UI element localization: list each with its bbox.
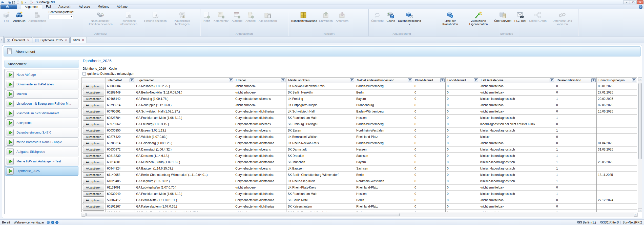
liste-der-krankheiten-button[interactable]: iListe der Krankheiten: [436, 10, 464, 32]
sidebar-item-diphtherie-2025[interactable]: Diphtherie_2025: [5, 166, 78, 176]
accept-button[interactable]: Akzeptieren: [83, 109, 104, 114]
accept-button[interactable]: Akzeptieren: [83, 115, 104, 121]
close-button[interactable]: ✕: [637, 0, 643, 4]
show-acknowledged-checkbox[interactable]: [82, 72, 86, 76]
accept-button[interactable]: Akzeptieren: [83, 210, 104, 213]
filter-icon[interactable]: [632, 78, 636, 82]
vertical-scrollbar[interactable]: ▲ ▼: [638, 77, 642, 212]
column-header-eigentuemer[interactable]: Eigentuemer: [135, 78, 234, 83]
run-query-button[interactable]: [7, 110, 14, 117]
accept-button[interactable]: Akzeptieren: [83, 128, 104, 133]
accept-button[interactable]: Akzeptieren: [83, 185, 104, 190]
tab-list-dropdown[interactable]: ▼: [0, 36, 4, 43]
horizontal-scrollbar[interactable]: ◄ ►: [81, 213, 638, 217]
chevron-down-icon[interactable]: ▼: [25, 1, 26, 3]
accept-button[interactable]: Akzeptieren: [83, 179, 104, 184]
accept-button[interactable]: Akzeptieren: [83, 90, 104, 95]
run-query-button[interactable]: [7, 148, 14, 155]
run-query-button[interactable]: [7, 167, 14, 175]
menu-tab-allgemein[interactable]: Allgemein: [21, 4, 42, 9]
accept-button[interactable]: Akzeptieren: [83, 96, 104, 102]
help-button[interactable]: ?: [639, 5, 642, 9]
accept-button[interactable]: Akzeptieren: [83, 198, 104, 203]
filter-icon[interactable]: [440, 78, 445, 82]
sidebar-item-neue-abfrage[interactable]: Neue Abfrage: [5, 70, 78, 79]
column-header-erreger[interactable]: Erreger: [234, 78, 286, 83]
accept-button[interactable]: Akzeptieren: [83, 153, 104, 159]
column-header-klinikmanuell[interactable]: KlinikManuell: [413, 78, 446, 83]
profile-icon[interactable]: [20, 1, 24, 4]
filter-icon[interactable]: [550, 78, 554, 82]
accept-button[interactable]: Akzeptieren: [83, 84, 104, 89]
accept-button[interactable]: Akzeptieren: [83, 141, 104, 146]
document-tab-diphtherie-2025[interactable]: Diphtherie_2025✕: [33, 37, 70, 43]
sidebar-item-plasmodium-nicht-differenziert[interactable]: Plasmodium nicht differenziert: [5, 108, 78, 118]
scroll-down-arrow[interactable]: ▼: [638, 208, 642, 212]
column-header-labormanuell[interactable]: LaborManuell: [446, 78, 479, 83]
sidebar-item-dokumente-an-hav-faellen[interactable]: Dokumente an HAV-Fällen: [5, 80, 78, 89]
menu-tab-meldung[interactable]: Meldung: [94, 4, 113, 9]
sidebar-item-datenbereinigung-3-47-0[interactable]: Datenbereinigung 3.47.0: [5, 128, 78, 137]
globe-status-icon[interactable]: [47, 221, 50, 224]
run-query-button[interactable]: [7, 81, 14, 88]
sidebar-item-aufgabe-stichprobe[interactable]: Aufgabe: Stichprobe: [5, 147, 78, 156]
datenbereinigung-button[interactable]: Datenbereinigung▼: [397, 10, 423, 32]
menu-tab-abfrage[interactable]: Abfrage: [113, 4, 131, 9]
transportverwaltung-button[interactable]: Transportverwaltung: [289, 10, 318, 32]
app-logo-icon[interactable]: [1, 1, 4, 4]
ausbruch-button[interactable]: Ausbruch: [12, 10, 27, 32]
accept-button[interactable]: Akzeptieren: [83, 160, 104, 165]
minimize-button[interactable]: –: [623, 0, 630, 4]
menu-tab-fall[interactable]: Fall: [42, 4, 55, 9]
info-status-icon[interactable]: i: [51, 221, 54, 224]
close-icon[interactable]: ✕: [65, 39, 67, 42]
ueber-survnet-button[interactable]: Über Survnet: [493, 10, 513, 32]
accept-button[interactable]: Akzeptieren: [83, 172, 104, 178]
column-header-meldelandkreisbundesland[interactable]: MeldeLandkreisBundesland: [355, 78, 413, 83]
run-query-button[interactable]: [7, 129, 14, 136]
close-icon[interactable]: ✕: [27, 39, 29, 42]
sidebar-item-malaria[interactable]: Malaria: [5, 89, 78, 99]
close-icon[interactable]: ✕: [82, 39, 84, 42]
column-header-meldelandkreis[interactable]: MeldeLandkreis: [286, 78, 355, 83]
run-query-button[interactable]: [7, 119, 14, 126]
vertical-scroll-thumb[interactable]: [638, 83, 642, 159]
menu-tab-ausbruch[interactable]: Ausbruch: [55, 4, 75, 9]
horizontal-scroll-thumb[interactable]: [86, 213, 400, 216]
scroll-left-arrow[interactable]: ◄: [82, 213, 86, 217]
document-tab-uebersicht[interactable]: ΣÜbersicht✕: [4, 37, 32, 43]
scroll-right-arrow[interactable]: ►: [634, 213, 637, 217]
save-icon[interactable]: [12, 1, 15, 4]
column-header-interneref[interactable]: InterneRef: [106, 78, 135, 83]
menu-tab-adresse[interactable]: Adresse: [75, 4, 94, 9]
sidebar-item-listeriosen-mit-bezug-zum-fall-der-m[interactable]: Listeriosen mit Bezug zum Fall der M...: [5, 99, 78, 108]
accept-button[interactable]: Akzeptieren: [83, 147, 104, 152]
accept-button[interactable]: Akzeptieren: [83, 122, 104, 127]
filter-icon[interactable]: [350, 78, 354, 82]
accept-button[interactable]: Akzeptieren: [83, 191, 104, 197]
filter-icon[interactable]: [130, 78, 134, 82]
column-header-referenzdefinition[interactable]: Referenzdefinition: [555, 78, 597, 83]
scroll-up-arrow[interactable]: ▲: [638, 78, 642, 81]
app-menu-button[interactable]: ▼: [1, 5, 17, 9]
server-icon[interactable]: [8, 1, 11, 4]
filter-icon[interactable]: [229, 78, 233, 82]
column-header-falldefkategorie[interactable]: FallDefKategorie: [479, 78, 555, 83]
run-query-button[interactable]: [7, 100, 14, 107]
sidebar-item-meine-hav-mit-anhaengen-test[interactable]: Meine HAV mit Anhängen - Test: [5, 157, 78, 166]
run-query-button[interactable]: [7, 90, 14, 98]
accept-button[interactable]: Akzeptieren: [83, 134, 104, 140]
import-icon[interactable]: [16, 1, 20, 4]
document-tab-abos[interactable]: Abos✕: [70, 37, 87, 43]
accept-button[interactable]: Akzeptieren: [83, 166, 104, 171]
accept-button[interactable]: Akzeptieren: [83, 204, 104, 209]
accept-button[interactable]: Akzeptieren: [83, 103, 104, 108]
filter-icon[interactable]: [281, 78, 285, 82]
sidebar-item-stichprobe[interactable]: Stichprobe: [5, 118, 78, 127]
filter-icon[interactable]: [474, 78, 478, 82]
help-status-icon[interactable]: ?: [55, 221, 59, 224]
cache-button[interactable]: Cache: [385, 10, 397, 32]
zusaetzliche-eigenschaften-button[interactable]: Zusätzliche Eigenschaften: [464, 10, 493, 32]
column-header-erkrankungsbeginn[interactable]: Erkrankungsbeginn: [597, 78, 637, 83]
run-query-button[interactable]: [7, 158, 14, 165]
